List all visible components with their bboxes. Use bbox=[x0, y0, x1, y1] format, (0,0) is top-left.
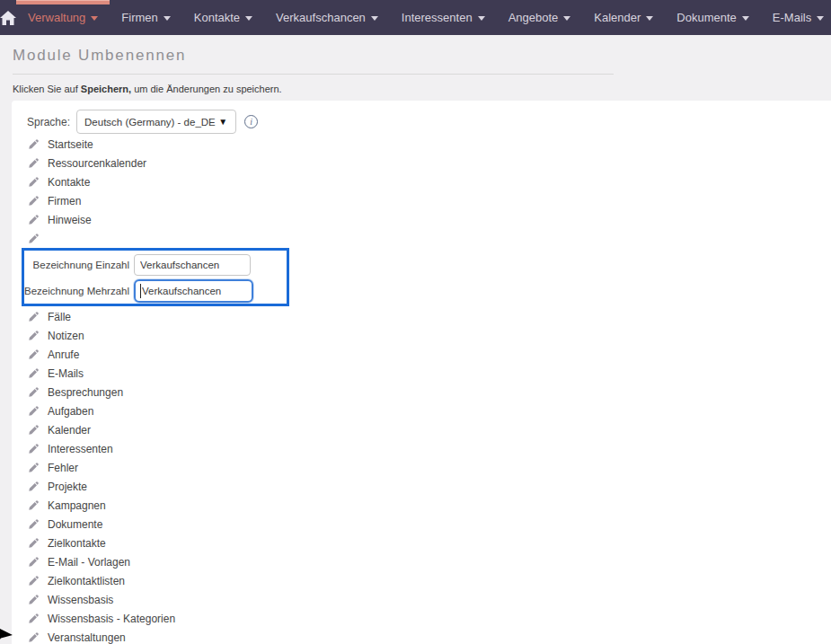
module-row-interessenten: Interessenten bbox=[12, 439, 831, 458]
nav-item-verwaltung[interactable]: Verwaltung bbox=[16, 0, 110, 35]
module-name: Besprechungen bbox=[48, 386, 123, 399]
module-row-wissensbasis-kategorien: Wissensbasis - Kategorien bbox=[12, 609, 831, 628]
singular-input[interactable] bbox=[134, 254, 251, 276]
singular-label: Bezeichnung Einzahl bbox=[24, 260, 134, 270]
edit-pencil-icon[interactable] bbox=[28, 537, 40, 549]
mouse-cursor bbox=[0, 626, 13, 642]
edit-pencil-icon[interactable] bbox=[28, 405, 40, 417]
module-name: Fehler bbox=[48, 462, 78, 474]
language-select-value: Deutsch (Germany) - de_DE bbox=[84, 117, 216, 128]
nav-item-interessenten[interactable]: Interessenten bbox=[390, 0, 497, 35]
caret-down-icon bbox=[164, 16, 171, 21]
nav-item-firmen[interactable]: Firmen bbox=[110, 0, 181, 35]
instruction-bold: Speichern, bbox=[81, 84, 131, 94]
language-select[interactable]: Deutsch (Germany) - de_DE ▼ bbox=[76, 110, 236, 134]
nav-item-dokumente[interactable]: Dokumente bbox=[665, 0, 760, 35]
nav-item-verkaufschancen[interactable]: Verkaufschancen bbox=[264, 0, 390, 35]
caret-down-icon bbox=[478, 16, 485, 21]
nav-item-label: E-Mails bbox=[773, 11, 811, 24]
module-list-before: StartseiteRessourcenkalenderKontakteFirm… bbox=[12, 135, 831, 229]
edit-pencil-icon[interactable] bbox=[28, 195, 40, 207]
module-name: Kalender bbox=[48, 424, 91, 437]
nav-item-label: Dokumente bbox=[676, 11, 736, 24]
module-name: Startseite bbox=[48, 138, 93, 151]
module-name: Kontakte bbox=[48, 176, 90, 189]
module-row-hinweise: Hinweise bbox=[12, 210, 831, 229]
nav-item-label: Angebote bbox=[508, 11, 559, 24]
module-name: Veranstaltungen bbox=[48, 631, 126, 644]
nav-item-label: Firmen bbox=[121, 11, 157, 24]
module-row-notizen: Notizen bbox=[12, 326, 831, 345]
plural-input[interactable] bbox=[134, 279, 253, 303]
info-icon[interactable]: i bbox=[244, 115, 258, 128]
nav-item-e-mails[interactable]: E-Mails bbox=[761, 0, 831, 35]
caret-down-icon bbox=[371, 16, 378, 21]
module-name: Zielkontaktlisten bbox=[48, 575, 125, 587]
edit-pencil-icon[interactable] bbox=[28, 214, 40, 225]
edit-pencil-icon[interactable] bbox=[28, 138, 40, 150]
edit-pencil-icon[interactable] bbox=[28, 462, 40, 473]
module-name: Interessenten bbox=[48, 443, 113, 455]
module-name: Fälle bbox=[48, 311, 71, 323]
edit-pencil-icon[interactable] bbox=[28, 575, 40, 587]
caret-down-icon bbox=[742, 16, 749, 21]
module-row-startseite: Startseite bbox=[12, 135, 831, 154]
singular-row: Bezeichnung Einzahl bbox=[24, 253, 287, 277]
instruction-suffix: um die Änderungen zu speichern. bbox=[131, 84, 282, 94]
nav-item-label: Kalender bbox=[594, 11, 641, 24]
language-label: Sprache: bbox=[27, 116, 70, 128]
language-row: Sprache: Deutsch (Germany) - de_DE ▼ i bbox=[27, 110, 831, 134]
nav-item-label: Verkaufschancen bbox=[276, 11, 366, 24]
edit-pencil-icon[interactable] bbox=[28, 330, 40, 341]
edit-pencil-icon[interactable] bbox=[28, 613, 40, 624]
edit-pencil-icon[interactable] bbox=[28, 233, 40, 244]
edit-pencil-icon[interactable] bbox=[28, 367, 40, 379]
nav-item-angebote[interactable]: Angebote bbox=[497, 0, 583, 35]
edit-pencil-icon[interactable] bbox=[28, 311, 40, 322]
module-row-besprechungen: Besprechungen bbox=[12, 383, 831, 401]
module-name: Wissensbasis - Kategorien bbox=[48, 613, 175, 625]
instruction-prefix: Klicken Sie auf bbox=[13, 84, 81, 94]
module-row-kalender: Kalender bbox=[12, 420, 831, 439]
module-name: Ressourcenkalender bbox=[48, 157, 146, 170]
module-row-kampagnen: Kampagnen bbox=[12, 496, 831, 515]
module-name: Notizen bbox=[48, 330, 84, 342]
edit-pencil-icon[interactable] bbox=[28, 386, 40, 398]
module-name: E-Mails bbox=[48, 367, 84, 380]
module-name: Zielkontakte bbox=[48, 537, 106, 550]
module-name: Firmen bbox=[48, 195, 81, 207]
edit-pencil-icon[interactable] bbox=[28, 556, 40, 568]
edit-pencil-icon[interactable] bbox=[28, 481, 40, 492]
edit-pencil-icon[interactable] bbox=[28, 176, 40, 188]
module-name: Kampagnen bbox=[48, 499, 106, 512]
content-panel: Sprache: Deutsch (Germany) - de_DE ▼ i S… bbox=[12, 101, 831, 644]
module-list-after: FälleNotizenAnrufeE-MailsBesprechungenAu… bbox=[12, 307, 831, 644]
save-instruction: Klicken Sie auf Speichern, um die Änderu… bbox=[13, 84, 831, 94]
module-row-fälle: Fälle bbox=[12, 307, 831, 326]
nav-item-kontakte[interactable]: Kontakte bbox=[182, 0, 264, 35]
edit-pencil-icon[interactable] bbox=[28, 518, 40, 530]
module-name: Dokumente bbox=[48, 518, 102, 531]
edit-pencil-icon[interactable] bbox=[28, 443, 40, 454]
caret-down-icon bbox=[817, 16, 824, 21]
home-icon bbox=[0, 11, 16, 25]
home-button[interactable] bbox=[0, 0, 16, 35]
module-row-fehler: Fehler bbox=[12, 458, 831, 477]
nav-item-kalender[interactable]: Kalender bbox=[582, 0, 665, 35]
edit-pencil-icon[interactable] bbox=[28, 348, 40, 360]
module-row-zielkontakte: Zielkontakte bbox=[12, 534, 831, 552]
edit-pencil-icon[interactable] bbox=[28, 499, 40, 511]
plural-row: Bezeichnung Mehrzahl bbox=[24, 279, 287, 303]
nav-item-label: Kontakte bbox=[194, 11, 240, 24]
edit-pencil-icon[interactable] bbox=[28, 594, 40, 605]
module-row-anrufe: Anrufe bbox=[12, 345, 831, 364]
nav-item-label: Verwaltung bbox=[28, 11, 85, 24]
module-row-wissensbasis: Wissensbasis bbox=[12, 590, 831, 609]
module-row-dokumente: Dokumente bbox=[12, 515, 831, 534]
module-name: E-Mail - Vorlagen bbox=[48, 556, 130, 569]
edit-pencil-icon[interactable] bbox=[28, 424, 40, 436]
edit-pencil-icon[interactable] bbox=[28, 157, 40, 169]
edit-pencil-icon[interactable] bbox=[28, 631, 40, 643]
nav-item-label: Interessenten bbox=[402, 11, 473, 24]
module-name: Wissensbasis bbox=[48, 594, 113, 606]
